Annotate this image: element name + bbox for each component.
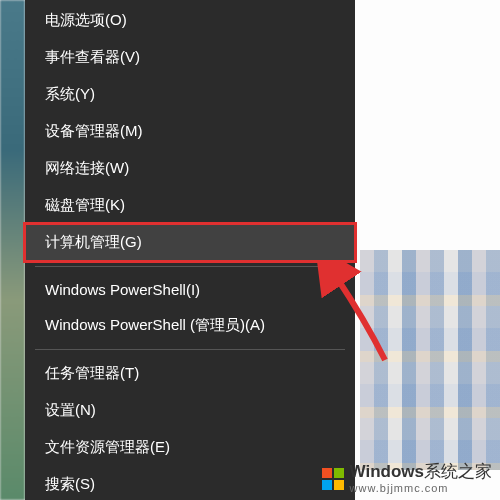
menu-item-label: Windows PowerShell (管理员)(A) xyxy=(45,316,265,333)
menu-item-file-explorer[interactable]: 文件资源管理器(E) xyxy=(25,429,355,466)
watermark-title: Windows系统之家 xyxy=(350,463,492,482)
windows-logo-icon xyxy=(322,468,344,490)
menu-item-label: 文件资源管理器(E) xyxy=(45,438,170,455)
menu-item-label: 电源选项(O) xyxy=(45,11,127,28)
winx-context-menu: 电源选项(O) 事件查看器(V) 系统(Y) 设备管理器(M) 网络连接(W) … xyxy=(25,0,355,500)
desktop-background xyxy=(0,0,25,500)
menu-item-settings[interactable]: 设置(N) xyxy=(25,392,355,429)
menu-item-disk-management[interactable]: 磁盘管理(K) xyxy=(25,187,355,224)
annotation-arrow xyxy=(295,260,395,370)
menu-item-search[interactable]: 搜索(S) xyxy=(25,466,355,500)
menu-item-network-connections[interactable]: 网络连接(W) xyxy=(25,150,355,187)
menu-item-label: 设备管理器(M) xyxy=(45,122,143,139)
menu-item-label: 设置(N) xyxy=(45,401,96,418)
menu-item-label: 任务管理器(T) xyxy=(45,364,139,381)
menu-item-label: 事件查看器(V) xyxy=(45,48,140,65)
menu-item-label: 磁盘管理(K) xyxy=(45,196,125,213)
watermark-url: www.bjjmmc.com xyxy=(350,482,492,494)
menu-item-system[interactable]: 系统(Y) xyxy=(25,76,355,113)
watermark: Windows系统之家 www.bjjmmc.com xyxy=(322,463,492,494)
menu-item-device-manager[interactable]: 设备管理器(M) xyxy=(25,113,355,150)
menu-item-label: 计算机管理(G) xyxy=(45,233,142,250)
menu-item-computer-management[interactable]: 计算机管理(G) xyxy=(25,224,355,261)
menu-item-label: 网络连接(W) xyxy=(45,159,129,176)
menu-item-event-viewer[interactable]: 事件查看器(V) xyxy=(25,39,355,76)
menu-item-label: Windows PowerShell(I) xyxy=(45,281,200,298)
menu-item-power-options[interactable]: 电源选项(O) xyxy=(25,2,355,39)
menu-item-label: 系统(Y) xyxy=(45,85,95,102)
menu-item-label: 搜索(S) xyxy=(45,475,95,492)
